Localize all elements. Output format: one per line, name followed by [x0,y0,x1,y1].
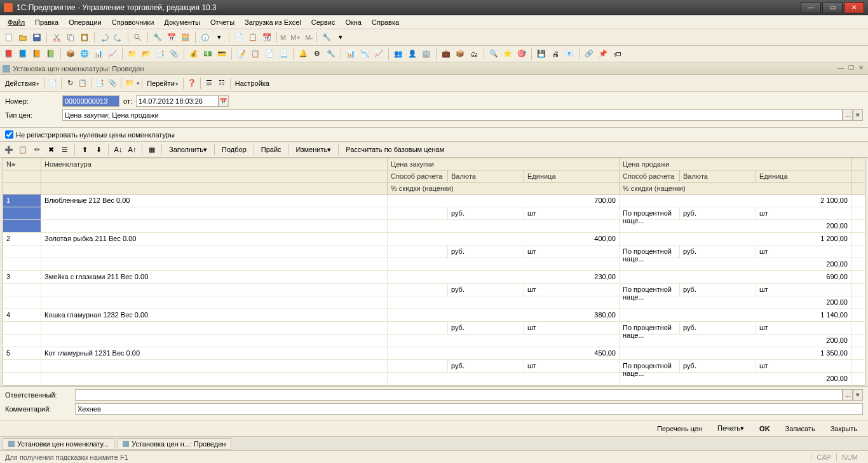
table-row[interactable]: 200,00 [3,258,865,271]
col-discount[interactable]: % скидки (наценки) [388,183,620,194]
pricelist-button[interactable]: Перечень цен [651,422,708,435]
menu-excel[interactable]: Загрузка из Excel [240,17,306,27]
find-icon[interactable] [132,31,144,44]
dtb-icon[interactable]: ↻ [64,77,76,90]
menu-operations[interactable]: Операции [64,17,106,27]
table-row[interactable]: руб. шт По процентной наце... руб. шт [3,207,865,220]
col-discount[interactable]: % скидки (наценки) [620,183,851,194]
tb2-icon[interactable]: 💵 [201,48,214,60]
tb2-icon[interactable]: 🔗 [583,48,595,60]
tb2-icon[interactable]: 👤 [406,48,419,60]
select-button[interactable]: Подбор [218,144,250,155]
calc-icon[interactable]: 🧮 [179,31,192,44]
tb2-icon[interactable]: 💾 [535,48,548,60]
menu-edit[interactable]: Правка [30,17,64,27]
col-currency[interactable]: Валюта [680,170,756,182]
tb2-icon[interactable]: 📃 [277,48,290,60]
tb2-icon[interactable]: 🔍 [487,48,500,60]
menu-help[interactable]: Справка [367,17,404,27]
tb2-icon[interactable]: 📈 [372,48,385,60]
tb2-icon[interactable]: 🏢 [420,48,433,60]
table-row[interactable]: руб. шт По процентной наце... руб. шт [3,245,865,258]
tb2-icon[interactable]: 🎯 [515,48,528,60]
dtb-icon[interactable]: 📁 [123,77,136,90]
goto-menu[interactable]: Перейти▾ [144,79,181,87]
gtb-icon[interactable]: ☰ [58,143,71,156]
menu-windows[interactable]: Окна [340,17,367,27]
tb2-icon[interactable]: 📗 [44,48,57,60]
responsible-field[interactable] [75,389,843,401]
col-unit[interactable]: Единица [524,170,620,182]
tb2-icon[interactable]: 📂 [140,48,153,60]
dropdown2-icon[interactable]: ▾ [334,31,347,44]
actions-menu[interactable]: Действия▾ [3,79,42,87]
calendar-button[interactable]: 📅 [219,95,229,107]
table-row[interactable]: руб. шт По процентной наце... руб. шт [3,360,865,373]
number-field[interactable] [62,95,119,107]
barcode-icon[interactable]: ▦ [146,143,158,156]
price-button[interactable]: Прайс [257,144,285,155]
resp-clear-button[interactable]: ✕ [853,389,863,401]
dtb-icon[interactable]: ☰ [203,77,215,90]
tb2-icon[interactable]: 📋 [249,48,262,60]
tb2-icon[interactable]: 📄 [263,48,276,60]
paste-icon[interactable] [78,31,91,44]
type-field[interactable] [62,109,843,121]
table-row[interactable]: руб. шт По процентной наце... руб. шт [3,284,865,296]
menu-file[interactable]: Файл [3,17,30,27]
sort-asc-icon[interactable]: A↓ [112,143,125,156]
tb2-icon[interactable]: 💼 [440,48,452,60]
tb2-icon[interactable]: 📊 [92,48,105,60]
table-row[interactable]: 200,00 [3,373,865,385]
wrench-icon[interactable]: 🔧 [320,31,333,44]
tb2-icon[interactable]: 📦 [64,48,77,60]
dtb-icon[interactable]: 📄 [46,77,59,90]
zero-prices-checkbox[interactable] [5,130,13,139]
tool-icon[interactable]: 🔧 [151,31,164,44]
tb2-icon[interactable]: 📉 [358,48,371,60]
copy-icon[interactable] [64,31,77,44]
table-row[interactable]: 3 Змейка с глазками 211 Вес 0.00 230,00 … [3,271,865,284]
table-row[interactable]: 200,00 [3,220,865,233]
tb2-icon[interactable]: 📎 [168,48,180,60]
col-sale-price[interactable]: Цена продажи [620,158,851,170]
move-down-icon[interactable]: ⬇ [92,143,105,156]
tb2-icon[interactable]: 🌐 [78,48,91,60]
date-field[interactable] [136,95,219,107]
tb2-icon[interactable]: 💳 [215,48,228,60]
tb2-icon[interactable]: 📧 [563,48,576,60]
tb2-icon[interactable]: 📊 [344,48,357,60]
table-row[interactable]: 200,00 [3,335,865,347]
comment-field[interactable] [75,403,863,415]
doc-close-button[interactable]: ✕ [857,64,865,73]
delete-row-icon[interactable]: ✖ [44,143,57,156]
tb2-icon[interactable]: 📑 [154,48,166,60]
table-row[interactable]: 200,00 [3,296,865,309]
tb2-icon[interactable]: ⚙ [311,48,323,60]
calendar-icon[interactable]: 📅 [165,31,178,44]
menu-directories[interactable]: Справочники [107,17,159,27]
close-button[interactable]: Закрыть [825,422,863,435]
close-button[interactable]: ✕ [844,2,864,13]
add-row-icon[interactable]: ➕ [3,143,15,156]
tb2-icon[interactable]: 📈 [106,48,119,60]
redo-icon[interactable] [112,31,125,44]
cut-icon[interactable] [50,31,63,44]
tb2-icon[interactable]: 🗂 [468,48,480,60]
maximize-button[interactable]: ▭ [822,2,843,13]
sheet-icon[interactable]: 📋 [247,31,259,44]
type-select-button[interactable]: ... [843,109,853,121]
dtb-icon[interactable]: 📎 [106,77,119,90]
price-grid[interactable]: N≡ Номенклатура Цена закупки Цена продаж… [3,158,865,386]
table-row[interactable]: руб. шт По процентной наце... руб. шт [3,322,865,335]
change-button[interactable]: Изменить▾ [292,144,336,155]
dropdown1-icon[interactable]: ▾ [213,31,226,44]
doc-icon[interactable]: 📄 [233,31,245,44]
print-button[interactable]: Печать▾ [712,422,750,435]
menu-reports[interactable]: Отчеты [205,17,240,27]
tb2-icon[interactable]: 📙 [31,48,43,60]
tb2-icon[interactable]: 📘 [17,48,29,60]
tb2-icon[interactable]: 🖨 [549,48,562,60]
ok-button[interactable]: OK [754,422,776,435]
col-currency[interactable]: Валюта [448,170,524,182]
